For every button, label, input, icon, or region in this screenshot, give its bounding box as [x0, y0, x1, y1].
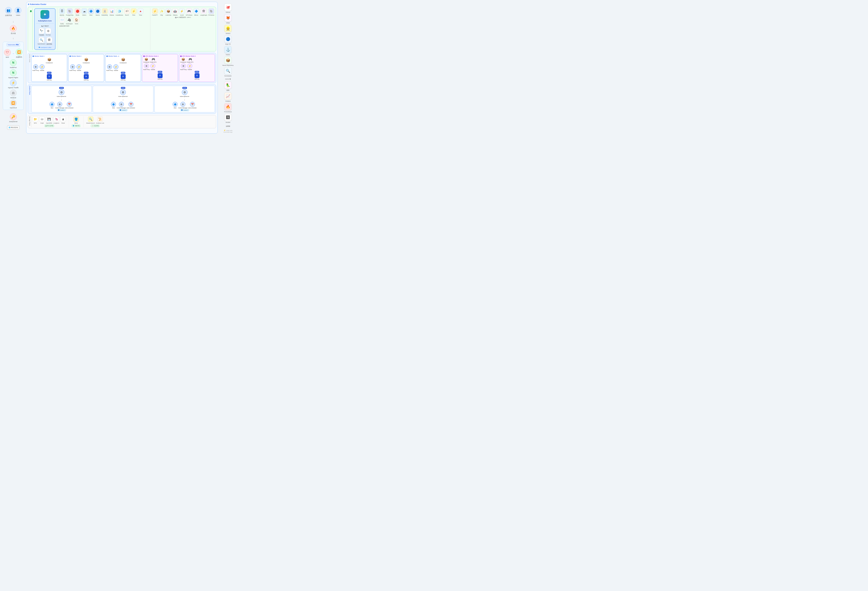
storage-section: Storage Plane 📁 NFS 🗂 Ceph [28, 115, 216, 128]
rabbitmq-app[interactable]: 🐰 RabbitMQ [102, 8, 108, 16]
argocd-icon[interactable]: 🔵 [224, 35, 232, 43]
zookeeper-app[interactable]: 🦓 Zookeeper [66, 17, 72, 25]
harbor-tool[interactable]: ⚓ Harbor [219, 46, 237, 56]
etcd-app[interactable]: 🔷 Etcd [88, 8, 94, 16]
nightingale-tool[interactable]: 🦜 夜莺 [219, 81, 237, 92]
gpu2-haproxy: 6443 H HAProxy [180, 71, 214, 80]
ctrl1-manager: ⚙ Control Manager [55, 102, 64, 108]
ollama-app[interactable]: 🤖 Ollama [172, 8, 178, 16]
sonarqube-icon[interactable]: 🔍 [224, 67, 232, 75]
openelb-group: 🔀 OpenELB [10, 100, 16, 109]
langgraph-app[interactable]: 🕸 LangGraph [200, 8, 207, 16]
ruoyi-app[interactable]: 🏷 RuoYi [124, 8, 130, 16]
wnn-kube-row: ⚙ Kube Proxy ⚡ Kubelet [106, 64, 140, 71]
ctrl1-etcd: 🔷 Etcd [49, 102, 55, 108]
kibana-app[interactable]: 📊 Kibana [109, 8, 115, 16]
openebs-storage[interactable]: 💾 OpenEBS [46, 116, 52, 124]
nfs-storage[interactable]: 📁 NFS [32, 116, 38, 124]
argocd-tool[interactable]: 🔵 Argo CD [219, 35, 237, 45]
wn1-kube-row: ⚙ Kube Proxy ⚡ Kubelet [32, 64, 66, 71]
nightingale-icon[interactable]: 🦜 [224, 81, 232, 89]
mysql-app[interactable]: 🗄 MySQL [59, 8, 65, 16]
redis-app[interactable]: 🔴 Redis [75, 8, 80, 16]
ansible-tool[interactable]: 🅰 Ansible [219, 114, 237, 123]
lobehub-app[interactable]: 📦 LobeHub [165, 8, 171, 16]
sonarqube-tool[interactable]: 🔍 SonarQube [219, 67, 237, 77]
gateway-group: 🔀 自建网关 [16, 49, 22, 58]
section-divider-2 [150, 8, 151, 50]
vllm-app[interactable]: ⚡ vLLM [179, 8, 185, 16]
velero-app[interactable]: ☁ Velero [81, 8, 87, 16]
gpu2-kube-proxy: ⚙ Kube Proxy [180, 64, 187, 70]
kafka-app[interactable]: 📨 Kafka [59, 17, 65, 25]
longhorn-storage[interactable]: 🦄 Longhorn [53, 116, 59, 124]
gpu1-kube-row: ⚙ Kube Proxy ⚡ Kubelet [143, 64, 177, 70]
openelb-label: OpenELB [10, 107, 16, 109]
ingress-traefik-icon: ⚡ [10, 80, 16, 86]
wnn-haproxy: 6443 H HAProxy [106, 72, 140, 81]
storage-plane-label: Storage Plane [29, 116, 31, 127]
gateway-label: 自建网关 [16, 56, 22, 58]
postgresql-app[interactable]: 🐘 PostgreSQL [66, 8, 74, 16]
gpu2-kubelet: ⚡ Kubelet [187, 64, 192, 70]
grafana-icon[interactable]: 📈 [224, 92, 232, 100]
pgvector-app[interactable]: 🐘 PGVector [208, 8, 214, 16]
prometheus-icon[interactable]: 🔥 [224, 103, 232, 111]
worker-node-label: Worker Node [29, 54, 31, 82]
minio-storage[interactable]: 🪣 Minio [73, 116, 79, 124]
observable-app[interactable]: 🔭 可观测性 [39, 28, 44, 36]
nexus-tool[interactable]: 📦 Nexus Repository [219, 56, 237, 66]
wn2-containerd: 📦 Containerd [69, 58, 103, 64]
nodeport-icon: N [10, 59, 16, 66]
kubeblocks-app[interactable]: 🧊 KubeBlocks [116, 8, 123, 16]
harbor-icon[interactable]: ⚓ [224, 46, 232, 53]
k8s-network-badge: Kubernetes 网络 [7, 43, 20, 47]
gpustack-app[interactable]: 🎮 GPUStack [186, 8, 192, 16]
ctrl3-manager: ⚙ Control Manager [178, 102, 187, 108]
wn2-haproxy: 6443 H HAProxy [69, 72, 103, 81]
devops-app[interactable]: ⚙ DevOps [46, 28, 51, 36]
fastgpt-app[interactable]: ⚡ FastGPT [152, 8, 158, 16]
flink-app[interactable]: ⚡ Flink [131, 8, 137, 16]
gitlab-tool[interactable]: 🦊 Gitlab [219, 14, 237, 24]
log-storage: 🔍 ElasticSearch 📜 Grafana Loki 📋 日志存储 [86, 116, 104, 127]
dify-app[interactable]: ✨ Dify [159, 8, 164, 16]
gpu1-nvidia: 🎮 Nvidia GPU [150, 58, 156, 63]
firewall-icon: 🔥 [10, 25, 16, 32]
middleware-apps: 🗄 MySQL 🐘 PostgreSQL 🔴 Redis ☁ Velero [59, 8, 148, 50]
milvus-app[interactable]: 🔷 Milvus [193, 8, 199, 16]
grafana-tool[interactable]: 📈 Grafana [219, 92, 237, 102]
jumpserver-icon: 🔑 [10, 114, 16, 120]
ctrl2-badge: 🔵Control 2 [119, 109, 127, 111]
gpu2-containerd: 📦 Containerd [180, 58, 186, 63]
ctrl3-apiserver-port: 6443 [182, 87, 187, 89]
service-mesh-app[interactable]: 🕸 服务网格 [46, 37, 52, 45]
gateway-icon: 🔀 [16, 49, 22, 56]
opensearch-app[interactable]: 🔍 OpenSearch [38, 37, 46, 45]
ansible-icon[interactable]: 🅰 [224, 114, 232, 121]
gpu2-nvidia: 🎮 Nvidia GPU [187, 58, 193, 63]
network-section: Kubernetes 网络 🛡 WAF → 🔀 自建网关 N NodePort [3, 42, 24, 110]
github-tool[interactable]: 🐙 GitHub [219, 3, 237, 13]
ctrl2-scheduler: 📅 kube-scheduler [127, 102, 135, 108]
doris-app[interactable]: 🏠 Doris [74, 17, 79, 25]
grafana-loki-storage[interactable]: 📜 Grafana Loki [96, 116, 104, 124]
nacos-app[interactable]: 🔵 Nacos [95, 8, 100, 16]
section-divider-1 [57, 8, 58, 50]
trino-app[interactable]: 🔺 Trino [138, 8, 143, 16]
github-icon[interactable]: 🐙 [224, 3, 232, 11]
rook-storage[interactable]: ♟ Rook [60, 116, 66, 124]
business-section-label: 业务应用 [30, 8, 32, 50]
jenkins-icon[interactable]: 👷 [224, 25, 232, 32]
waf-group: 🛡 WAF [4, 49, 11, 58]
prometheus-tool[interactable]: 🔥 Prometheus [219, 103, 237, 112]
jumpserver-group: 🔑 JumpServer [9, 114, 18, 123]
ctrl1-apiserver: ⚙ kube-apiserver [57, 89, 66, 97]
object-storage: 🪣 Minio 🪣 对象存储 [72, 116, 80, 127]
ceph-storage[interactable]: 🗂 Ceph [39, 116, 45, 124]
ctrl1-apiserver-port: 6443 [59, 87, 64, 89]
nexus-icon[interactable]: 📦 [224, 56, 232, 64]
elasticsearch-storage[interactable]: 🔍 ElasticSearch [86, 116, 95, 124]
jenkins-tool[interactable]: 👷 Jenkins [219, 25, 237, 34]
gitlab-icon[interactable]: 🦊 [224, 14, 232, 22]
